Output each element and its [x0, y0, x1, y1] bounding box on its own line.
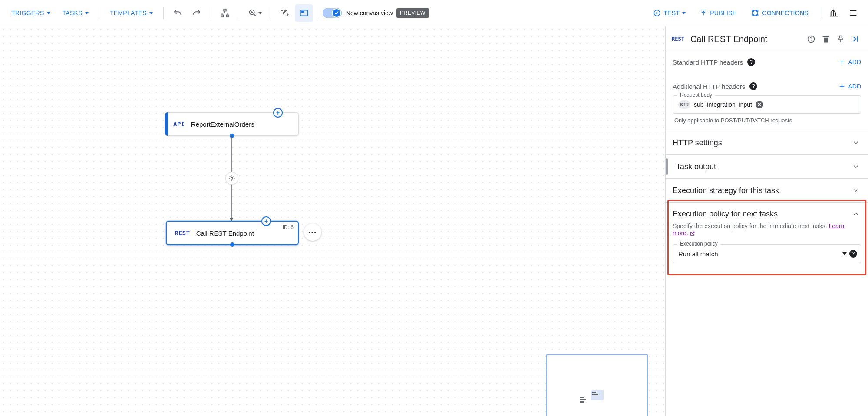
chevron-down-icon — [258, 12, 262, 14]
execution-policy-select[interactable]: Execution policy Run all match ? — [673, 244, 861, 263]
pin-icon[interactable] — [833, 32, 848, 46]
port-bottom[interactable] — [230, 242, 234, 247]
execution-policy-section: Execution policy for next tasks Specify … — [666, 202, 868, 271]
publish-label: PUBLISH — [710, 10, 737, 16]
help-icon[interactable] — [804, 32, 818, 46]
canvas-view-label: New canvas view — [346, 10, 393, 16]
templates-dropdown[interactable]: TEMPLATES — [104, 6, 159, 20]
help-icon[interactable]: ? — [849, 250, 857, 258]
separator — [271, 7, 271, 19]
add-plus-icon[interactable]: + — [261, 216, 271, 226]
svg-line-4 — [254, 14, 256, 16]
external-link-icon — [690, 231, 695, 236]
task-node-selected[interactable]: REST Call REST Endpoint ID: 6 + — [166, 221, 299, 245]
execution-strategy-section[interactable]: Execution strategy for this task — [666, 178, 868, 202]
toolbar: TRIGGERS TASKS TEMPLATES — [0, 0, 868, 26]
node-more-button[interactable]: ⋯ — [304, 223, 321, 241]
execution-policy-title: Execution policy for next tasks — [673, 210, 778, 219]
add-std-header-button[interactable]: ADD — [838, 59, 861, 66]
separator — [211, 7, 211, 19]
separator — [820, 7, 820, 19]
panel-toggle-button[interactable] — [295, 4, 313, 22]
remove-chip-icon[interactable]: ✕ — [756, 101, 763, 108]
svg-point-13 — [752, 14, 754, 16]
connections-button[interactable]: CONNECTIONS — [744, 5, 815, 21]
delete-icon[interactable] — [818, 32, 833, 46]
svg-point-14 — [757, 14, 758, 16]
layout-button[interactable] — [216, 4, 234, 22]
side-panel: REST Call REST Endpoint Standard HTTP he… — [665, 26, 868, 416]
separator — [318, 7, 318, 19]
svg-rect-1 — [221, 15, 223, 17]
node-id: ID: 6 — [283, 224, 294, 230]
test-label: TEST — [663, 10, 680, 16]
execution-policy-legend: Execution policy — [677, 241, 720, 247]
chevron-down-icon — [47, 12, 50, 14]
help-icon[interactable]: ? — [747, 58, 755, 66]
http-settings-section[interactable]: HTTP settings — [666, 131, 868, 154]
preview-badge: PREVIEW — [396, 8, 429, 18]
trigger-node[interactable]: API ReportExternalOrders + — [165, 112, 299, 136]
std-headers-label: Standard HTTP headers — [673, 59, 743, 66]
svg-point-11 — [752, 10, 754, 11]
http-settings-label: HTTP settings — [673, 138, 722, 147]
chevron-down-icon — [851, 185, 861, 196]
svg-rect-8 — [301, 11, 304, 13]
triggers-dropdown[interactable]: TRIGGERS — [5, 6, 56, 20]
edge-settings-button[interactable] — [225, 172, 238, 185]
help-icon[interactable]: ? — [749, 82, 757, 90]
svg-point-20 — [231, 177, 233, 179]
rest-tag: REST — [175, 229, 190, 236]
svg-rect-17 — [850, 15, 857, 16]
add-label: ADD — [848, 83, 861, 90]
canvas[interactable]: API ReportExternalOrders + REST Call RES… — [0, 26, 665, 416]
rest-tag: REST — [672, 36, 684, 42]
minimap[interactable] — [546, 354, 648, 416]
publish-button[interactable]: PUBLISH — [693, 6, 744, 20]
variable-chip[interactable]: STR sub_integration_input ✕ — [678, 100, 763, 109]
chevron-down-icon — [149, 12, 153, 14]
chevron-down-icon — [851, 138, 861, 148]
analytics-button[interactable] — [825, 4, 843, 22]
chevron-down-icon — [682, 12, 686, 14]
connections-label: CONNECTIONS — [762, 10, 809, 16]
api-tag: API — [173, 121, 185, 128]
port-bottom[interactable] — [230, 134, 234, 138]
node-accent — [165, 112, 168, 136]
execution-strategy-label: Execution strategy for this task — [673, 186, 779, 195]
task-output-section[interactable]: Task output — [666, 154, 868, 178]
zoom-dropdown[interactable] — [244, 4, 265, 22]
magic-wand-button[interactable] — [276, 4, 294, 22]
node-title: ReportExternalOrders — [191, 121, 254, 128]
add-label: ADD — [848, 59, 861, 66]
toggle-knob — [332, 8, 341, 18]
dropdown-arrow-icon — [842, 252, 847, 255]
canvas-view-toggle[interactable] — [323, 8, 342, 18]
chip-value: sub_integration_input — [694, 101, 752, 108]
add-additional-header-button[interactable]: ADD — [838, 83, 861, 90]
redo-button[interactable] — [188, 4, 205, 22]
task-output-label: Task output — [676, 162, 716, 171]
add-headers-label: Additional HTTP headers — [673, 83, 745, 90]
svg-point-22 — [811, 40, 812, 41]
svg-point-12 — [757, 10, 758, 11]
chevron-up-icon[interactable] — [851, 209, 861, 219]
string-type-badge: STR — [678, 100, 690, 109]
svg-rect-2 — [226, 15, 229, 17]
svg-rect-16 — [850, 13, 857, 13]
triggers-label: TRIGGERS — [11, 10, 44, 16]
menu-button[interactable] — [845, 4, 862, 22]
undo-button[interactable] — [169, 4, 186, 22]
request-body-field[interactable]: Request body STR sub_integration_input ✕ — [673, 95, 861, 114]
collapse-panel-icon[interactable] — [848, 32, 863, 46]
separator — [163, 7, 164, 19]
add-plus-icon[interactable]: + — [273, 108, 283, 118]
chevron-down-icon — [851, 161, 861, 172]
separator — [239, 7, 239, 19]
test-dropdown[interactable]: TEST — [646, 6, 693, 20]
execution-policy-value: Run all match — [678, 250, 842, 258]
request-body-legend: Request body — [677, 92, 715, 98]
node-title: Call REST Endpoint — [196, 229, 254, 237]
tasks-dropdown[interactable]: TASKS — [56, 6, 95, 20]
tasks-label: TASKS — [63, 10, 83, 16]
